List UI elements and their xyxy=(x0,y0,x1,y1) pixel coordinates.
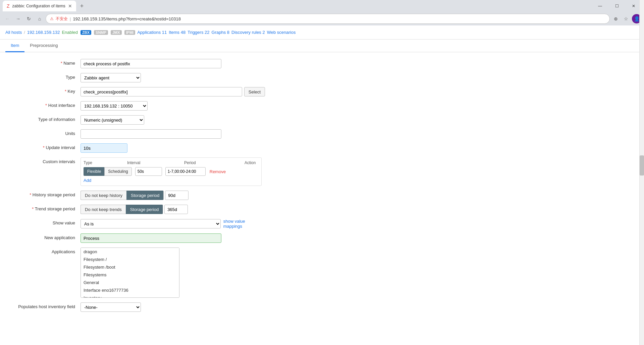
type-row: Type Zabbix agent Zabbix agent (active) … xyxy=(10,73,634,82)
history-toggle-group: Do not keep history Storage period xyxy=(80,191,164,200)
type-select[interactable]: Zabbix agent Zabbix agent (active) Simpl… xyxy=(80,73,141,82)
page-scrollbar[interactable] xyxy=(639,0,644,345)
custom-intervals-control: Type Interval Period Action Flexible Sch… xyxy=(80,157,265,186)
browser-toolbar: ← → ↻ ⌂ ⚠ 不安全 | 192.168.159.135/items.ph… xyxy=(0,12,644,25)
maximize-button[interactable]: ☐ xyxy=(609,1,625,11)
ci-scheduling-button[interactable]: Scheduling xyxy=(104,167,131,176)
history-storage-button[interactable]: Storage period xyxy=(126,191,164,200)
ci-row: Flexible Scheduling Remove xyxy=(84,167,259,176)
select-button[interactable]: Select xyxy=(244,87,265,96)
units-input[interactable] xyxy=(80,129,221,139)
show-value-select[interactable]: As is xyxy=(80,219,221,228)
address-bar[interactable]: ⚠ 不安全 | 192.168.159.135/items.php?form=c… xyxy=(46,14,610,24)
units-label: Units xyxy=(10,129,80,136)
toolbar-icons: ⊕ ☆ xyxy=(611,14,631,23)
forward-button[interactable]: → xyxy=(13,14,23,23)
discovery-link[interactable]: Discovery rules 2 xyxy=(231,30,265,35)
scrollbar-thumb[interactable] xyxy=(640,155,644,176)
form-container: * Name Type Zabbix agent Zabbix agent (a… xyxy=(0,52,644,323)
history-value-input[interactable] xyxy=(165,191,189,200)
badge-jmx: JMX xyxy=(111,30,122,35)
list-item[interactable]: Filesystem / xyxy=(81,256,179,263)
ci-flexible-button[interactable]: Flexible xyxy=(84,167,104,176)
host-interface-control: 192.168.159.132 : 10050 xyxy=(80,101,265,111)
custom-intervals-table: Type Interval Period Action Flexible Sch… xyxy=(80,157,262,186)
ci-interval-header: Interval xyxy=(127,160,184,165)
web-scenarios-link[interactable]: Web scenarios xyxy=(267,30,296,35)
zabbix-nav: All hosts / 192.168.159.132 Enabled ZBX … xyxy=(0,25,644,40)
tab-item[interactable]: Item xyxy=(5,40,24,52)
home-button[interactable]: ⌂ xyxy=(35,14,44,23)
type-control: Zabbix agent Zabbix agent (active) Simpl… xyxy=(80,73,265,82)
update-interval-input[interactable] xyxy=(80,143,127,153)
back-button[interactable]: ← xyxy=(3,14,12,23)
trend-no-keep-button[interactable]: Do not keep trends xyxy=(80,205,126,214)
list-item[interactable]: Interface eno16777736 xyxy=(81,286,179,294)
trend-storage-button[interactable]: Storage period xyxy=(126,205,163,214)
custom-intervals-row: Custom intervals Type Interval Period Ac… xyxy=(10,157,634,186)
show-value-label: Show value xyxy=(10,219,80,225)
trend-row: * Trend storage period Do not keep trend… xyxy=(10,205,634,214)
new-application-input[interactable] xyxy=(80,233,221,243)
name-label: * Name xyxy=(10,59,80,66)
translate-button[interactable]: ⊕ xyxy=(611,14,621,23)
security-warning-icon: ⚠ xyxy=(50,16,54,21)
trend-label: * Trend storage period xyxy=(10,205,80,211)
show-value-control: As is show value mappings xyxy=(80,219,265,229)
host-interface-label: * Host interface xyxy=(10,101,80,108)
minimize-button[interactable]: — xyxy=(592,1,608,11)
key-input[interactable] xyxy=(80,87,242,96)
ci-interval-input[interactable] xyxy=(135,167,162,176)
warning-text: 不安全 xyxy=(56,16,68,22)
applications-control: dragon Filesystem / Filesystem /boot Fil… xyxy=(80,248,265,298)
type-info-select[interactable]: Numeric (unsigned) Numeric (float) Chara… xyxy=(80,115,144,125)
host-interface-row: * Host interface 192.168.159.132 : 10050 xyxy=(10,101,634,111)
list-item[interactable]: dragon xyxy=(81,248,179,256)
type-info-control: Numeric (unsigned) Numeric (float) Chara… xyxy=(80,115,265,125)
trend-value-input[interactable] xyxy=(164,205,188,214)
ci-add-link[interactable]: Add xyxy=(84,178,91,183)
graphs-link[interactable]: Graphs 8 xyxy=(212,30,230,35)
inventory-row: Populates host inventory field -None- xyxy=(10,302,634,312)
applications-list: dragon Filesystem / Filesystem /boot Fil… xyxy=(80,248,179,298)
browser-titlebar: Z zabbix: Configuration of items ✕ + — ☐… xyxy=(0,0,644,12)
new-tab-button[interactable]: + xyxy=(79,1,85,11)
list-item[interactable]: Inventory xyxy=(81,294,179,298)
list-item[interactable]: Filesystem /boot xyxy=(81,263,179,271)
show-value-mappings-link[interactable]: show value mappings xyxy=(223,219,265,229)
update-interval-label: * Update interval xyxy=(10,143,80,150)
list-item[interactable]: General xyxy=(81,279,179,286)
close-tab-button[interactable]: ✕ xyxy=(68,3,72,9)
applications-link[interactable]: Applications 11 xyxy=(137,30,167,35)
items-link[interactable]: Items 48 xyxy=(169,30,185,35)
all-hosts-link[interactable]: All hosts xyxy=(5,30,22,35)
tab-preprocessing[interactable]: Preprocessing xyxy=(24,40,63,52)
reload-button[interactable]: ↻ xyxy=(24,14,34,23)
list-item[interactable]: Filesystems xyxy=(81,271,179,279)
ci-period-input[interactable] xyxy=(165,167,206,176)
new-application-label: New application xyxy=(10,233,80,240)
browser-chrome: Z zabbix: Configuration of items ✕ + — ☐… xyxy=(0,0,644,25)
history-no-keep-button[interactable]: Do not keep history xyxy=(80,191,126,200)
bookmark-button[interactable]: ☆ xyxy=(621,14,631,23)
show-value-row: Show value As is show value mappings xyxy=(10,219,634,229)
name-row: * Name xyxy=(10,59,634,68)
host-ip-link[interactable]: 192.168.159.132 xyxy=(27,30,60,35)
badge-ipmi: IPMI xyxy=(124,30,136,35)
tabs-bar: Item Preprocessing xyxy=(0,40,644,52)
show-value-inner: As is show value mappings xyxy=(80,219,265,229)
name-input[interactable] xyxy=(80,59,221,68)
inventory-select[interactable]: -None- xyxy=(80,302,141,312)
ci-action-header: Action xyxy=(245,160,259,165)
ci-remove-link[interactable]: Remove xyxy=(210,169,226,174)
tab-title: zabbix: Configuration of items xyxy=(12,4,65,8)
browser-tab[interactable]: Z zabbix: Configuration of items ✕ xyxy=(3,1,76,11)
key-row: * Key Select xyxy=(10,87,634,96)
custom-intervals-label: Custom intervals xyxy=(10,157,80,164)
key-label: * Key xyxy=(10,87,80,94)
type-info-label: Type of information xyxy=(10,115,80,122)
triggers-link[interactable]: Triggers 22 xyxy=(187,30,209,35)
inventory-label: Populates host inventory field xyxy=(10,302,80,309)
host-interface-select[interactable]: 192.168.159.132 : 10050 xyxy=(80,101,148,111)
badge-snmp: SNMP xyxy=(94,30,108,35)
